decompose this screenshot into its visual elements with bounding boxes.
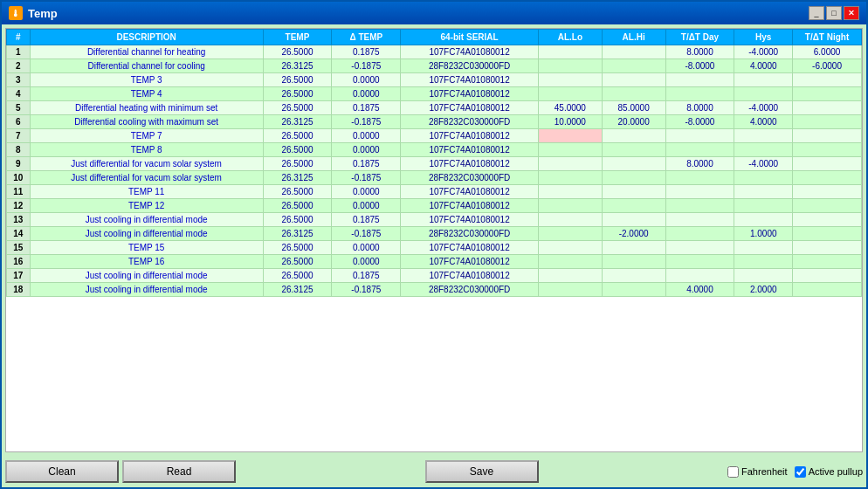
row-id[interactable]: 13 [7,213,31,227]
row-tday[interactable]: 8.0000 [665,45,734,59]
row-dtemp[interactable]: 0.1875 [332,213,401,227]
row-hys[interactable]: 4.0000 [734,115,793,129]
row-allo[interactable] [538,87,602,101]
row-alhi[interactable] [602,45,665,59]
row-allo[interactable] [538,269,602,283]
row-tday[interactable]: -8.0000 [665,59,734,73]
row-allo[interactable] [538,213,602,227]
row-tday[interactable] [665,73,734,87]
row-hys[interactable] [734,241,793,255]
row-tnight[interactable] [793,157,862,171]
row-serial[interactable]: 107FC74A01080012 [401,269,539,283]
row-serial[interactable]: 107FC74A01080012 [401,241,539,255]
row-tday[interactable]: 8.0000 [665,101,734,115]
row-tday[interactable] [665,241,734,255]
row-tnight[interactable] [793,269,862,283]
row-tnight[interactable] [793,143,862,157]
row-serial[interactable]: 107FC74A01080012 [401,87,539,101]
row-temp[interactable]: 26.3125 [263,227,332,241]
row-serial[interactable]: 107FC74A01080012 [401,101,539,115]
row-tday[interactable] [665,255,734,269]
row-temp[interactable]: 26.3125 [263,171,332,185]
row-temp[interactable]: 26.5000 [263,129,332,143]
row-hys[interactable] [734,87,793,101]
row-tday[interactable] [665,143,734,157]
row-allo[interactable] [538,143,602,157]
row-alhi[interactable] [602,283,665,297]
row-tday[interactable] [665,87,734,101]
row-alhi[interactable] [602,129,665,143]
row-tday[interactable]: 4.0000 [665,283,734,297]
table-scroll[interactable]: # DESCRIPTION TEMP Δ TEMP 64-bit SERIAL … [6,29,862,451]
row-allo[interactable] [538,199,602,213]
save-button[interactable]: Save [425,460,539,483]
row-temp[interactable]: 26.5000 [263,199,332,213]
row-temp[interactable]: 26.5000 [263,269,332,283]
row-allo[interactable] [538,129,602,143]
row-dtemp[interactable]: 0.1875 [332,45,401,59]
row-temp[interactable]: 26.5000 [263,101,332,115]
row-tday[interactable] [665,185,734,199]
row-temp[interactable]: 26.5000 [263,157,332,171]
row-id[interactable]: 17 [7,269,31,283]
row-hys[interactable] [734,73,793,87]
row-alhi[interactable] [602,73,665,87]
row-tnight[interactable]: -6.0000 [793,59,862,73]
row-serial[interactable]: 107FC74A01080012 [401,73,539,87]
row-tday[interactable] [665,213,734,227]
row-desc[interactable]: Differential channel for cooling [30,59,263,73]
row-alhi[interactable] [602,199,665,213]
row-allo[interactable] [538,157,602,171]
row-allo[interactable] [538,227,602,241]
row-tnight[interactable] [793,255,862,269]
row-id[interactable]: 3 [7,73,31,87]
row-hys[interactable]: -4.0000 [734,157,793,171]
row-desc[interactable]: Just differential for vacum solar system [30,157,263,171]
row-temp[interactable]: 26.3125 [263,115,332,129]
row-serial[interactable]: 107FC74A01080012 [401,45,539,59]
row-dtemp[interactable]: 0.0000 [332,241,401,255]
row-dtemp[interactable]: -0.1875 [332,59,401,73]
row-dtemp[interactable]: -0.1875 [332,115,401,129]
row-alhi[interactable] [602,143,665,157]
row-id[interactable]: 6 [7,115,31,129]
row-hys[interactable] [734,185,793,199]
row-temp[interactable]: 26.5000 [263,73,332,87]
row-id[interactable]: 12 [7,199,31,213]
row-dtemp[interactable]: 0.1875 [332,157,401,171]
row-hys[interactable] [734,199,793,213]
row-alhi[interactable] [602,157,665,171]
row-desc[interactable]: TEMP 8 [30,143,263,157]
row-hys[interactable] [734,129,793,143]
row-tnight[interactable] [793,199,862,213]
row-serial[interactable]: 28F8232C030000FD [401,171,539,185]
row-tday[interactable] [665,269,734,283]
row-tnight[interactable] [793,101,862,115]
row-desc[interactable]: TEMP 11 [30,185,263,199]
read-button[interactable]: Read [122,460,236,483]
row-id[interactable]: 10 [7,171,31,185]
row-desc[interactable]: Differential channel for heating [30,45,263,59]
row-dtemp[interactable]: 0.1875 [332,269,401,283]
row-desc[interactable]: TEMP 3 [30,73,263,87]
row-desc[interactable]: Just differential for vacum solar system [30,171,263,185]
row-alhi[interactable] [602,255,665,269]
row-temp[interactable]: 26.5000 [263,241,332,255]
row-temp[interactable]: 26.5000 [263,185,332,199]
row-id[interactable]: 8 [7,143,31,157]
row-hys[interactable] [734,171,793,185]
row-serial[interactable]: 107FC74A01080012 [401,213,539,227]
row-hys[interactable] [734,143,793,157]
row-temp[interactable]: 26.5000 [263,45,332,59]
row-temp[interactable]: 26.5000 [263,143,332,157]
active-pullup-label[interactable]: Active pullup [795,466,863,478]
row-tday[interactable] [665,199,734,213]
row-hys[interactable] [734,213,793,227]
row-temp[interactable]: 26.5000 [263,213,332,227]
row-tnight[interactable] [793,241,862,255]
row-alhi[interactable] [602,213,665,227]
row-hys[interactable]: -4.0000 [734,101,793,115]
row-dtemp[interactable]: 0.1875 [332,101,401,115]
row-hys[interactable]: 4.0000 [734,59,793,73]
row-tnight[interactable] [793,129,862,143]
